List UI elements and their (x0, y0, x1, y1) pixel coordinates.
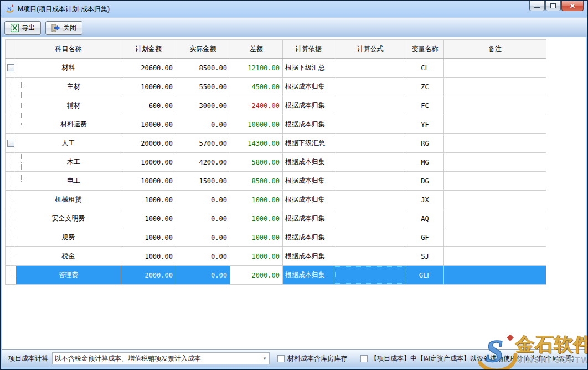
cell-subject-name[interactable]: 材料运费 (16, 115, 121, 134)
export-button[interactable]: 导出 (4, 21, 41, 35)
cost-calc-mode-select[interactable]: 以不含税金额计算成本、增值税销项发票计入成本 ▼ (52, 352, 270, 364)
tree-indicator-cell[interactable]: − (6, 134, 16, 153)
cell-variable-name[interactable]: RG (406, 134, 444, 153)
cell-variable-name[interactable]: JX (406, 191, 444, 209)
table-row[interactable]: 管理费2000.000.002000.00根据成本归集GLF (6, 266, 546, 285)
cell-planned-amount[interactable]: 10000.00 (121, 115, 176, 134)
column-header[interactable]: 实际金额 (176, 40, 230, 59)
cell-actual-amount[interactable]: 1500.00 (176, 172, 230, 191)
cell-subject-name[interactable]: 木工 (16, 153, 121, 172)
cell-planned-amount[interactable]: 2000.00 (121, 266, 176, 285)
cell-remark[interactable] (444, 115, 546, 134)
cell-planned-amount[interactable]: 10000.00 (121, 153, 176, 172)
maximize-button[interactable] (545, 1, 561, 11)
cell-remark[interactable] (444, 59, 546, 78)
cell-variable-name[interactable]: AQ (406, 209, 444, 228)
cell-variable-name[interactable]: ZC (406, 78, 444, 96)
cell-subject-name[interactable]: 电工 (16, 172, 121, 191)
cell-variable-name[interactable]: YF (406, 115, 444, 134)
cell-remark[interactable] (444, 172, 546, 191)
cell-actual-amount[interactable]: 5500.00 (176, 78, 230, 96)
column-header[interactable]: 计算依据 (283, 40, 334, 59)
cell-calc-basis[interactable]: 根据下级汇总 (283, 134, 334, 153)
cell-planned-amount[interactable]: 20000.00 (121, 134, 176, 153)
close-button[interactable]: ✕ (561, 1, 584, 11)
cell-planned-amount[interactable]: 10000.00 (121, 172, 176, 191)
cell-calc-basis[interactable]: 根据成本归集 (283, 191, 334, 209)
cell-remark[interactable] (444, 78, 546, 96)
cell-calc-formula[interactable] (334, 153, 406, 172)
cell-calc-basis[interactable]: 根据成本归集 (283, 153, 334, 172)
cell-remark[interactable] (444, 228, 546, 247)
cell-difference[interactable]: 10000.00 (230, 115, 283, 134)
cell-difference[interactable]: 12100.00 (230, 59, 283, 78)
column-header[interactable]: 计算公式 (334, 40, 406, 59)
cell-variable-name[interactable]: SJ (406, 247, 444, 266)
cell-calc-basis[interactable]: 根据成本归集 (283, 96, 334, 115)
table-row[interactable]: 电工10000.001500.008500.00根据成本归集DG (6, 172, 546, 191)
cell-difference[interactable]: 1000.00 (230, 191, 283, 209)
cell-planned-amount[interactable]: 1000.00 (121, 247, 176, 266)
table-row[interactable]: 辅材600.003000.00-2400.00根据成本归集FC (6, 96, 546, 115)
cell-difference[interactable]: 14300.00 (230, 134, 283, 153)
cell-subject-name[interactable]: 人工 (16, 134, 121, 153)
cell-difference[interactable]: 2000.00 (230, 266, 283, 285)
cell-subject-name[interactable]: 税金 (16, 247, 121, 266)
cell-calc-formula[interactable] (334, 228, 406, 247)
cell-variable-name[interactable]: GF (406, 228, 444, 247)
cell-remark[interactable] (444, 134, 546, 153)
collapse-icon[interactable]: − (7, 64, 14, 71)
cell-calc-formula[interactable] (334, 59, 406, 78)
table-row[interactable]: −人工20000.005700.0014300.00根据下级汇总RG (6, 134, 546, 153)
cell-variable-name[interactable]: MG (406, 153, 444, 172)
cell-calc-formula[interactable] (334, 172, 406, 191)
cell-variable-name[interactable]: DG (406, 172, 444, 191)
table-row[interactable]: 机械租赁1000.000.001000.00根据成本归集JX (6, 191, 546, 209)
minimize-button[interactable] (529, 1, 545, 11)
cell-calc-basis[interactable]: 根据成本归集 (283, 78, 334, 96)
cell-remark[interactable] (444, 247, 546, 266)
cell-calc-formula[interactable] (334, 191, 406, 209)
cell-remark[interactable] (444, 266, 546, 285)
cell-planned-amount[interactable]: 1000.00 (121, 209, 176, 228)
cell-actual-amount[interactable]: 3000.00 (176, 96, 230, 115)
cell-subject-name[interactable]: 规费 (16, 228, 121, 247)
column-header[interactable]: 变量名称 (406, 40, 444, 59)
cell-difference[interactable]: 1000.00 (230, 209, 283, 228)
cell-actual-amount[interactable]: 0.00 (176, 115, 230, 134)
cell-calc-formula[interactable] (334, 78, 406, 96)
cell-actual-amount[interactable]: 5700.00 (176, 134, 230, 153)
cell-calc-formula[interactable] (334, 96, 406, 115)
column-header[interactable]: 计划金额 (121, 40, 176, 59)
material-cost-include-stock-checkbox[interactable] (277, 355, 285, 362)
cell-variable-name[interactable]: FC (406, 96, 444, 115)
cell-difference[interactable]: 1000.00 (230, 247, 283, 266)
column-header[interactable]: 差额 (230, 40, 283, 59)
table-row[interactable]: 主材10000.005500.004500.00根据成本归集ZC (6, 78, 546, 96)
cell-calc-basis[interactable]: 根据成本归集 (283, 228, 334, 247)
cell-difference[interactable]: 4500.00 (230, 78, 283, 96)
close-window-button[interactable]: 关闭 (45, 21, 82, 35)
cell-variable-name[interactable]: GLF (406, 266, 444, 285)
cell-remark[interactable] (444, 191, 546, 209)
cell-subject-name[interactable]: 机械租赁 (16, 191, 121, 209)
cell-actual-amount[interactable]: 0.00 (176, 209, 230, 228)
cell-calc-formula[interactable] (334, 134, 406, 153)
table-row[interactable]: −材料20600.008500.0012100.00根据下级汇总CL (6, 59, 546, 78)
cell-planned-amount[interactable]: 1000.00 (121, 191, 176, 209)
cell-planned-amount[interactable]: 600.00 (121, 96, 176, 115)
cell-difference[interactable]: -2400.00 (230, 96, 283, 115)
cell-planned-amount[interactable]: 1000.00 (121, 228, 176, 247)
cell-actual-amount[interactable]: 0.00 (176, 191, 230, 209)
table-row[interactable]: 安全文明费1000.000.001000.00根据成本归集AQ (6, 209, 546, 228)
cell-planned-amount[interactable]: 10000.00 (121, 78, 176, 96)
cell-difference[interactable]: 5800.00 (230, 153, 283, 172)
cell-variable-name[interactable]: CL (406, 59, 444, 78)
cell-planned-amount[interactable]: 20600.00 (121, 59, 176, 78)
cell-subject-name[interactable]: 辅材 (16, 96, 121, 115)
cell-subject-name[interactable]: 主材 (16, 78, 121, 96)
collapse-icon[interactable]: − (7, 140, 14, 147)
fixed-asset-cost-rule-checkbox[interactable] (360, 355, 368, 362)
table-row[interactable]: 木工10000.004200.005800.00根据成本归集MG (6, 153, 546, 172)
cell-calc-basis[interactable]: 根据成本归集 (283, 247, 334, 266)
